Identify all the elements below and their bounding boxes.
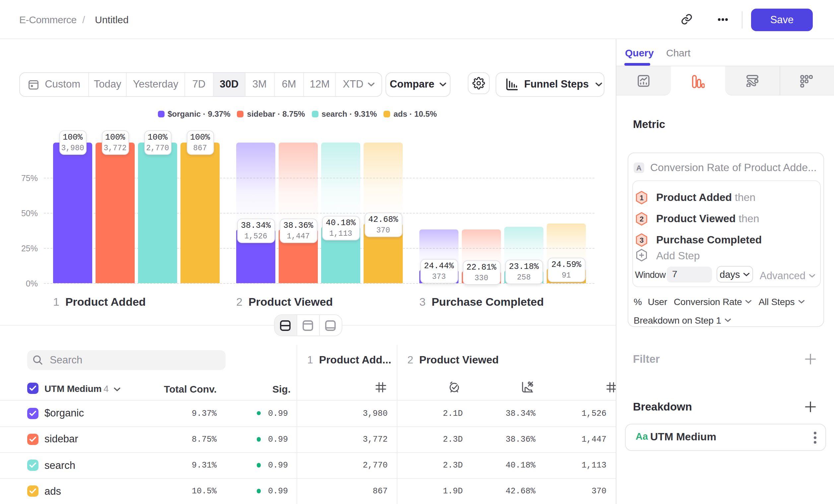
svg-text:2: 2: [640, 214, 643, 223]
svg-text:3: 3: [640, 236, 643, 244]
svg-text:1: 1: [640, 193, 643, 202]
